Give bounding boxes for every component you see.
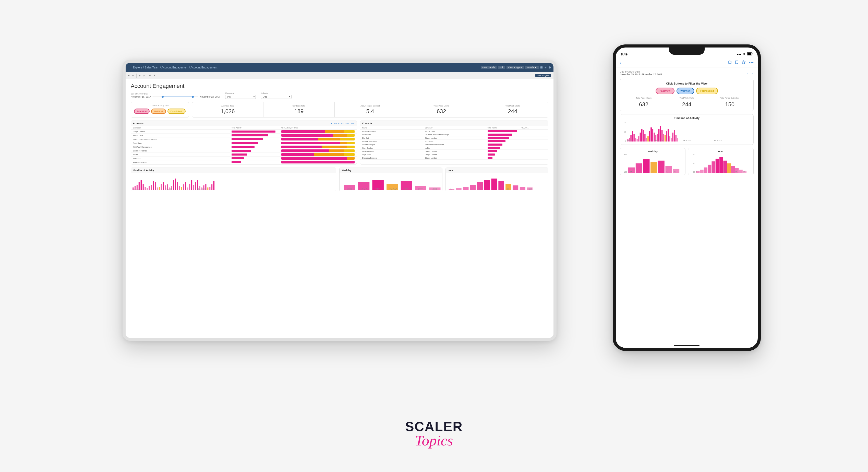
table-row[interactable]: Elsy Britt Ginger Lumber (360, 137, 548, 140)
pause-icon[interactable]: ⏸ (153, 74, 155, 77)
company-dropdown[interactable]: (All) ▾ (225, 95, 256, 99)
table-row[interactable]: Deer Fire Fabrics (131, 149, 356, 153)
table-row[interactable]: Amarikaya Colon Simply Dave (360, 130, 548, 133)
more-icon[interactable]: ••• (749, 60, 754, 66)
svg-rect-77 (752, 53, 753, 54)
table-row[interactable]: Diejouma Bonneca Ginger Lumber (360, 156, 548, 159)
watch-button[interactable]: Watch ▼ (525, 66, 539, 69)
table-row[interactable]: Anjie Aston Ginger Lumber (360, 153, 548, 156)
share-icon[interactable] (728, 60, 732, 66)
webvisit-pill[interactable]: WebVisit (151, 109, 166, 114)
table-row[interactable]: Environm Architectural Design (131, 138, 356, 141)
table-row[interactable]: Food Bank (131, 141, 356, 145)
kpi-page-views: Total Page Views 632 (406, 102, 477, 117)
company-cell: Food Bank (425, 141, 486, 142)
svg-rect-31 (195, 182, 196, 190)
hour-title: Hour (446, 168, 548, 173)
bookmark-icon[interactable] (735, 60, 739, 66)
date-prev-icon[interactable]: ← (746, 71, 749, 75)
company-cell: Woolas Furniture (133, 161, 230, 163)
col-total-activity-label: Total Activity (231, 127, 280, 129)
phone-back-button[interactable]: ‹ (620, 61, 621, 65)
reset-icon[interactable]: ↺ (149, 74, 151, 77)
phone-kpi-label-0: Total Page Views (623, 97, 664, 99)
table-row[interactable]: Simply Dave (131, 134, 356, 138)
table-row[interactable]: Harry Denton Malibu (360, 146, 548, 150)
svg-rect-65 (498, 181, 504, 190)
table-row[interactable]: Malibu (131, 153, 356, 156)
fullscreen-icon[interactable]: ⤢ (544, 66, 547, 69)
activity-bar (231, 150, 280, 152)
svg-marker-80 (742, 61, 745, 64)
company-cell: Deer Fire Fabrics (133, 150, 230, 152)
name-cell: Dellie Antunias (362, 150, 424, 152)
industry-dropdown[interactable]: (All) ▾ (261, 95, 291, 99)
svg-rect-26 (185, 182, 186, 190)
table-row[interactable]: Ginger Lumber (131, 130, 356, 134)
search-icon[interactable]: ⊕ (548, 66, 551, 69)
table-row[interactable]: Cesaire Beaufrere Food Bank (360, 140, 548, 143)
svg-rect-143 (739, 170, 743, 173)
kpi-label-web-visits: Total Web Visits (480, 105, 545, 107)
maximize-icon[interactable]: ⊞ (540, 66, 543, 69)
date-slider[interactable] (152, 96, 198, 97)
table-row[interactable]: Dellie Antunias Ginger Lumber (360, 150, 548, 153)
col-pct-activity-label: % Activ... (521, 127, 546, 129)
col-name-label: Name (362, 127, 424, 129)
slider-thumb-left[interactable] (162, 96, 164, 98)
phone-webvisit-pill[interactable]: WebVisit (677, 88, 694, 94)
phone-timeline: Timeline of Activity 20100 (620, 114, 754, 145)
svg-rect-28 (189, 184, 190, 190)
view-original-button[interactable]: View: Original (506, 66, 524, 69)
svg-text:S: S (674, 171, 676, 173)
svg-text:11: 11 (723, 171, 725, 173)
star-icon[interactable] (742, 60, 746, 66)
svg-rect-97 (652, 129, 653, 142)
table-row[interactable]: Multi Tech Development (131, 145, 356, 149)
logo-scaler: SCALER (405, 420, 463, 433)
company-cell: Ginger Lumber (133, 131, 230, 132)
back-icon[interactable]: ← (128, 66, 131, 69)
activity-bar (231, 153, 280, 155)
slider-fill (162, 96, 194, 97)
phone-bottom-charts: Weekday 300100 M (620, 148, 754, 175)
phone-toolbar: ‹ ••• (616, 59, 758, 67)
svg-text:Nov 17: Nov 17 (165, 188, 173, 190)
date-edit-controls: ← → (746, 71, 754, 75)
col-company-label: Company (425, 127, 486, 129)
phone-formsubmit-pill[interactable]: FormSubmit (696, 88, 718, 94)
data-details-button[interactable]: Data Details (481, 66, 497, 69)
undo-icon[interactable]: ↩ (128, 74, 130, 77)
stacked-bar (281, 146, 354, 148)
svg-text:Nov 20: Nov 20 (683, 139, 691, 142)
svg-text:S: S (432, 188, 438, 190)
svg-text:T: T (637, 171, 640, 173)
company-cell: Austin Aid (133, 157, 230, 159)
phone-pageview-pill[interactable]: PageView (656, 88, 675, 94)
company-cell: Ginger Lumber (425, 137, 486, 139)
table-row[interactable]: Auxonia Chaplin Multi Tech Development (360, 143, 548, 146)
svg-rect-104 (663, 134, 664, 142)
redo-icon[interactable]: ↪ (132, 74, 134, 77)
edit-button[interactable]: Edit (498, 66, 505, 69)
zoom-in-icon[interactable]: ⊕ (138, 74, 141, 77)
zoom-out-icon[interactable]: ⊖ (143, 74, 145, 77)
table-row[interactable]: Dellie Diaw Environm Architectural Desig… (360, 133, 548, 137)
stacked-bar (281, 138, 354, 141)
table-row[interactable]: Woolas Furniture (131, 160, 356, 164)
slider-thumb-right[interactable] (192, 96, 194, 98)
click-to-filter[interactable]: ● Click an account to filter (331, 122, 354, 125)
activity-bar (488, 147, 521, 149)
activity-bar (488, 157, 521, 159)
date-filter-label: Day of Activity Date (131, 93, 220, 95)
svg-rect-63 (484, 180, 490, 190)
svg-text:T: T (404, 188, 409, 190)
pageview-pill[interactable]: PageView (134, 109, 150, 114)
accounts-header: Accounts ● Click an account to filter (131, 121, 356, 126)
formsubmit-pill[interactable]: FormSubmit (167, 109, 186, 114)
company-cell: Environm Architectural Design (133, 139, 230, 140)
table-row[interactable]: Austin Aid (131, 156, 356, 160)
date-next-icon[interactable]: → (750, 71, 754, 75)
svg-rect-11 (155, 182, 156, 190)
kpi-label-per-contact: Activities per Contact (338, 105, 403, 107)
